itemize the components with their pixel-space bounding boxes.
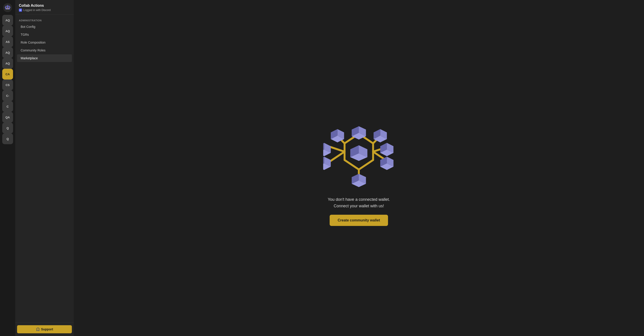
support-label: Support [41, 328, 53, 331]
svg-rect-8 [10, 7, 10, 8]
server-bar: AQAQASAQAQCACSC-CQAQQ [0, 0, 15, 336]
server-icon-aq-4[interactable]: AQ [2, 58, 13, 69]
server-icon-cs[interactable]: CS [2, 80, 13, 90]
sidebar-header: Collab Actions D Logged in with Discord [15, 0, 74, 14]
app-logo[interactable] [2, 2, 13, 13]
main-content: You don't have a connected wallet. Conne… [74, 0, 644, 336]
nav-item-tgrs[interactable]: TGRs [17, 31, 72, 38]
support-icon: 🎧 [36, 328, 40, 331]
nav-item-role-composition[interactable]: Role Composition [17, 39, 72, 46]
svg-line-15 [359, 160, 373, 170]
network-graphic [323, 110, 395, 191]
server-icon-c[interactable]: C [2, 101, 13, 112]
nav-item-marketplace[interactable]: Marketplace [17, 54, 72, 62]
server-icon-q-2[interactable]: Q [2, 134, 13, 144]
sidebar: Collab Actions D Logged in with Discord … [15, 0, 74, 336]
auth-status: D Logged in with Discord [19, 8, 70, 12]
svg-point-4 [6, 7, 7, 8]
server-icon-aq-3[interactable]: AQ [2, 47, 13, 58]
svg-rect-50 [394, 110, 395, 191]
create-wallet-button[interactable]: Create community wallet [330, 215, 388, 226]
nav-item-bot-config[interactable]: Bot Config [17, 23, 72, 30]
network-svg [323, 110, 395, 191]
discord-icon: D [19, 8, 22, 12]
svg-point-9 [7, 5, 8, 6]
svg-point-5 [8, 7, 9, 8]
server-icon-aq-2[interactable]: AQ [2, 26, 13, 36]
nav-item-community-roles[interactable]: Community Roles [17, 46, 72, 54]
nav-section-administration: Administration [15, 17, 74, 23]
app-title: Collab Actions [19, 4, 70, 8]
sidebar-nav: Administration Bot ConfigTGRsRole Compos… [15, 14, 74, 322]
empty-state-line1: You don't have a connected wallet. [328, 196, 390, 203]
empty-state-text: You don't have a connected wallet. Conne… [328, 196, 390, 209]
server-icon-c-dash[interactable]: C- [2, 90, 13, 101]
svg-line-14 [344, 160, 359, 170]
svg-rect-6 [6, 8, 9, 9]
svg-rect-7 [5, 7, 6, 8]
sidebar-footer: 🎧 Support [15, 322, 74, 336]
server-icon-qa[interactable]: QA [2, 112, 13, 123]
svg-line-17 [330, 152, 345, 161]
empty-state-line2: Connect your wallet with us! [328, 203, 390, 209]
server-icon-aq-1[interactable]: AQ [2, 15, 13, 26]
server-icon-as[interactable]: AS [2, 36, 13, 47]
server-icon-ca[interactable]: CA [2, 69, 13, 80]
svg-line-16 [330, 147, 345, 152]
support-button[interactable]: 🎧 Support [17, 325, 72, 333]
server-icon-q-1[interactable]: Q [2, 123, 13, 134]
